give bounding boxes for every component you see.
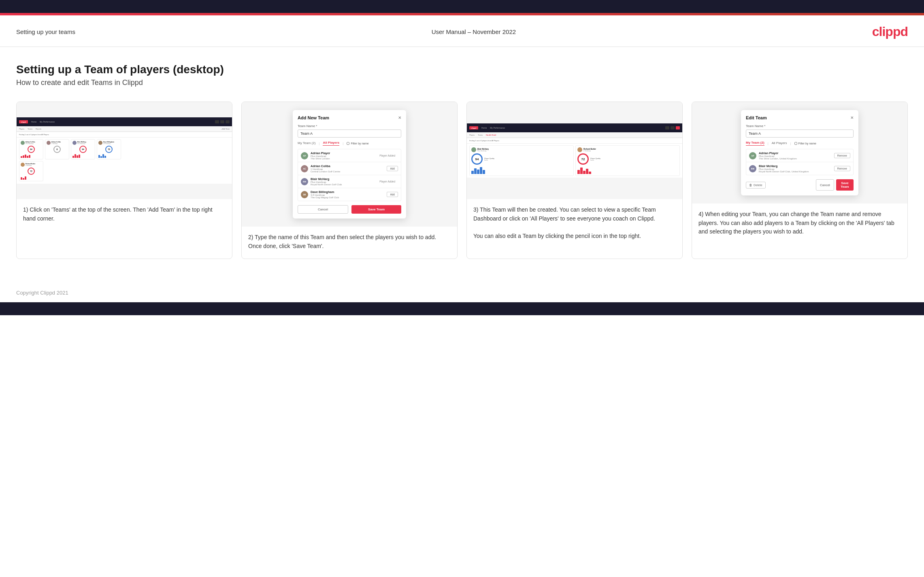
player-club-ap: The Shire London xyxy=(311,157,374,160)
edit-modal-team-name-label: Team Name * xyxy=(746,124,854,128)
card-1-mock: clippd Home My Performance Players xyxy=(17,117,232,184)
mock-sub-nav-3: Players Teams Handle Detail xyxy=(467,132,682,138)
player-club-bm: Royal North Devon Golf Club xyxy=(311,183,374,186)
tab-my-team[interactable]: My Team (2) xyxy=(298,141,315,146)
mock-tab-teams: Teams xyxy=(28,128,32,130)
edit-team-modal: Edit Team × Team Name * My Team (2) | Al… xyxy=(741,110,858,195)
edit-player-avatar-ap: AP xyxy=(749,152,756,159)
mock-bar xyxy=(27,156,28,158)
modal-team-name-label: Team Name * xyxy=(298,124,401,128)
player-list-add: AP Adrian Player Plus Handicap The Shire… xyxy=(298,149,401,201)
edit-filter-checkbox[interactable] xyxy=(794,142,797,145)
edit-player-avatar-bm: BM xyxy=(749,165,756,172)
mock-nav-3: clippd Home My Performance xyxy=(467,123,682,132)
mock-avatar-2 xyxy=(47,141,51,145)
tab-divider-2: | xyxy=(343,142,343,145)
mock-nav-right xyxy=(215,120,230,123)
mock-bar xyxy=(21,156,22,158)
edit-modal-team-name-input[interactable] xyxy=(746,129,854,138)
mock-tab-teams-3: Teams xyxy=(478,134,483,136)
page-subtitle: How to create and edit Teams in Clippd xyxy=(16,78,908,87)
save-team-button-edit[interactable]: Save Team xyxy=(836,179,854,191)
mock-nav-teams: My Performance xyxy=(40,121,55,123)
delete-label: Delete xyxy=(754,183,762,187)
modal-close-icon[interactable]: × xyxy=(398,115,401,120)
player-club-db: The Gog Magog Golf Club xyxy=(311,196,384,199)
player-avatar-bm: BM xyxy=(301,178,308,185)
player-name-db: Dave Billingham xyxy=(311,190,384,194)
mock-player-5-detail: 2 Handicap xyxy=(26,165,35,166)
mock-tab-players: Players xyxy=(19,128,24,130)
filter-by-name-label[interactable]: Filter by name xyxy=(347,142,368,145)
edit-tab-my-team[interactable]: My Team (2) xyxy=(746,141,764,146)
team-player-card-2: Richard Butler 2 Handicap 72 Player Qual… xyxy=(575,145,680,176)
player-row-ac: AC Adrian Coliba 1 Handicap Central Lond… xyxy=(298,162,401,175)
mock-player-1-detail: Plus Handicap xyxy=(26,143,35,144)
filter-checkbox[interactable] xyxy=(347,142,349,145)
card-3-screenshot: clippd Home My Performance Players xyxy=(467,102,682,199)
player-action-bm: Player Added xyxy=(377,179,398,184)
mock-player-5-top: Richard Butler 2 Handicap xyxy=(21,163,42,167)
edit-modal-close-icon[interactable]: × xyxy=(850,115,854,120)
tpc-bar xyxy=(474,168,477,174)
header-manual-label: User Manual – November 2022 xyxy=(432,28,516,35)
mock-bar xyxy=(98,155,100,158)
top-bar xyxy=(0,0,924,13)
add-player-db-btn[interactable]: Add xyxy=(387,192,398,197)
player-club-ac: Central London Golf Centre xyxy=(311,170,384,173)
cancel-button-add[interactable]: Cancel xyxy=(298,205,348,214)
add-player-ac-btn[interactable]: Add xyxy=(387,166,398,171)
mock-avatar-4 xyxy=(98,141,102,145)
main-content: Setting up a Team of players (desktop) H… xyxy=(0,47,924,283)
mock-bar xyxy=(77,155,78,158)
logo: clippd xyxy=(872,24,908,39)
save-team-button-add[interactable]: Save Team xyxy=(351,205,401,214)
modal-tabs: My Team (2) | All Players | Filter by na… xyxy=(298,141,401,146)
modal-title-row: Add New Team × xyxy=(298,115,401,120)
tpc-avatar-2 xyxy=(577,147,582,152)
mock-bar xyxy=(75,154,76,158)
tpc-score-row-1: 94 Player Quality Score xyxy=(471,153,572,165)
mock-bars-5 xyxy=(21,176,42,180)
card-3-mock: clippd Home My Performance Players xyxy=(467,123,682,178)
edit-filter-by-name-label[interactable]: Filter by name xyxy=(794,142,816,145)
mock-score-1: 84 xyxy=(28,146,35,153)
remove-player-bm-btn[interactable]: Remove xyxy=(834,166,850,171)
card-2-screenshot: Add New Team × Team Name * My Team (2) |… xyxy=(242,102,457,227)
tpc-bars-1 xyxy=(471,166,572,174)
add-modal-title: Add New Team xyxy=(298,115,329,120)
delete-team-button[interactable]: 🗑 Delete xyxy=(746,182,766,189)
tpc-top-1: Blair McHarg Plus Handicap xyxy=(471,147,572,152)
mock-bars-2 xyxy=(47,154,68,158)
mock-player-4: Dave Billingham 3.8 Handicap 78 xyxy=(97,139,121,159)
player-info-bm: Blair McHarg Plus Handicap Royal North D… xyxy=(311,177,374,186)
edit-player-name-bm: Blair McHarg xyxy=(759,164,832,168)
mock-player-2-top: Adrian Coliba 1 Handicap xyxy=(47,141,68,145)
edit-tab-all-players[interactable]: All Players xyxy=(772,141,787,146)
tpc-bars-2 xyxy=(577,166,678,174)
edit-tab-divider-2: | xyxy=(790,142,791,145)
remove-player-ap-btn[interactable]: Remove xyxy=(834,153,850,158)
tab-all-players[interactable]: All Players xyxy=(323,141,339,146)
mock-bar xyxy=(23,155,24,158)
mock-player-1-top: Adrian Collins Plus Handicap xyxy=(21,141,42,145)
edit-player-row-ap: AP Adrian Player Plus Handicap The Shire… xyxy=(746,149,853,162)
player-row-ap: AP Adrian Player Plus Handicap The Shire… xyxy=(298,149,401,162)
card-1: clippd Home My Performance Players xyxy=(16,102,232,259)
tpc-top-2: Richard Butler 2 Handicap xyxy=(577,147,678,152)
mock-nav-btn-3 xyxy=(226,120,230,123)
mock-score-4: 78 xyxy=(105,146,113,153)
mock-bars-4 xyxy=(98,154,119,158)
player-avatar-ap: AP xyxy=(301,152,308,159)
mock-bar xyxy=(29,155,30,158)
modal-team-name-input[interactable] xyxy=(298,129,401,138)
mock-player-2-detail: 1 Handicap xyxy=(51,143,61,144)
mock-pencil-btn xyxy=(676,126,680,129)
tpc-bar xyxy=(477,170,479,174)
card-4-screenshot: Edit Team × Team Name * My Team (2) | Al… xyxy=(692,102,907,204)
copyright-text: Copyright Clippd 2021 xyxy=(16,290,68,296)
mock-bar xyxy=(100,156,102,158)
cancel-button-edit[interactable]: Cancel xyxy=(816,179,834,191)
edit-player-row-bm: BM Blair McHarg Plus Handicap Royal Nort… xyxy=(746,162,853,175)
edit-player-club-ap: The Shire London, United Kingdom xyxy=(759,157,832,160)
